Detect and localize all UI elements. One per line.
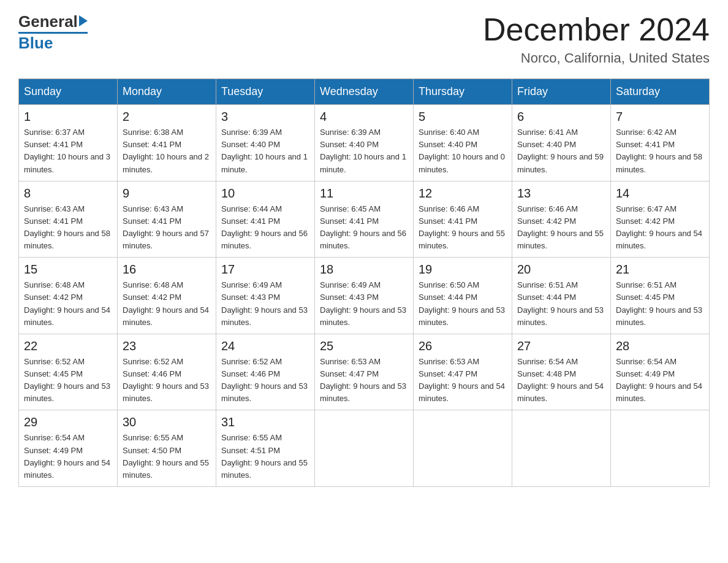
calendar-week-row: 15 Sunrise: 6:48 AMSunset: 4:42 PMDaylig… [19, 258, 710, 334]
calendar-cell [611, 410, 710, 487]
calendar-cell: 5 Sunrise: 6:40 AMSunset: 4:40 PMDayligh… [414, 105, 512, 182]
calendar-week-row: 29 Sunrise: 6:54 AMSunset: 4:49 PMDaylig… [19, 410, 710, 487]
month-title: December 2024 [483, 12, 710, 47]
day-number: 29 [24, 415, 112, 429]
calendar-cell: 16 Sunrise: 6:48 AMSunset: 4:42 PMDaylig… [118, 258, 216, 334]
calendar-cell: 24 Sunrise: 6:52 AMSunset: 4:46 PMDaylig… [216, 334, 315, 410]
day-number: 18 [320, 262, 408, 277]
day-info: Sunrise: 6:42 AMSunset: 4:41 PMDaylight:… [616, 126, 704, 176]
day-number: 1 [24, 110, 112, 124]
calendar-week-row: 1 Sunrise: 6:37 AMSunset: 4:41 PMDayligh… [19, 105, 710, 182]
location-text: Norco, California, United States [483, 50, 710, 66]
calendar-cell: 15 Sunrise: 6:48 AMSunset: 4:42 PMDaylig… [19, 258, 118, 334]
day-number: 8 [24, 186, 112, 201]
calendar-cell: 2 Sunrise: 6:38 AMSunset: 4:41 PMDayligh… [118, 105, 216, 182]
day-info: Sunrise: 6:43 AMSunset: 4:41 PMDaylight:… [123, 203, 211, 253]
day-info: Sunrise: 6:44 AMSunset: 4:41 PMDaylight:… [221, 203, 309, 253]
day-info: Sunrise: 6:51 AMSunset: 4:44 PMDaylight:… [517, 279, 605, 329]
calendar-cell: 20 Sunrise: 6:51 AMSunset: 4:44 PMDaylig… [512, 258, 611, 334]
day-number: 23 [123, 339, 211, 353]
calendar-cell: 29 Sunrise: 6:54 AMSunset: 4:49 PMDaylig… [19, 410, 118, 487]
logo-blue-text: Blue [18, 34, 53, 52]
calendar-cell [512, 410, 611, 487]
day-info: Sunrise: 6:52 AMSunset: 4:46 PMDaylight:… [221, 356, 309, 405]
day-info: Sunrise: 6:50 AMSunset: 4:44 PMDaylight:… [419, 279, 507, 329]
calendar-day-header: Saturday [611, 79, 710, 105]
day-info: Sunrise: 6:40 AMSunset: 4:40 PMDaylight:… [419, 126, 507, 176]
day-info: Sunrise: 6:46 AMSunset: 4:42 PMDaylight:… [517, 203, 605, 253]
day-number: 4 [320, 110, 408, 124]
day-info: Sunrise: 6:54 AMSunset: 4:49 PMDaylight:… [24, 432, 112, 481]
day-info: Sunrise: 6:52 AMSunset: 4:45 PMDaylight:… [24, 356, 112, 405]
day-number: 22 [24, 339, 112, 353]
day-info: Sunrise: 6:54 AMSunset: 4:48 PMDaylight:… [517, 356, 605, 405]
calendar-cell: 26 Sunrise: 6:53 AMSunset: 4:47 PMDaylig… [414, 334, 512, 410]
day-info: Sunrise: 6:55 AMSunset: 4:50 PMDaylight:… [123, 432, 211, 481]
calendar-cell: 23 Sunrise: 6:52 AMSunset: 4:46 PMDaylig… [118, 334, 216, 410]
day-number: 28 [616, 339, 704, 353]
day-info: Sunrise: 6:51 AMSunset: 4:45 PMDaylight:… [616, 279, 704, 329]
calendar-cell: 14 Sunrise: 6:47 AMSunset: 4:42 PMDaylig… [611, 181, 710, 258]
calendar-day-header: Tuesday [216, 79, 315, 105]
day-info: Sunrise: 6:48 AMSunset: 4:42 PMDaylight:… [24, 279, 112, 329]
day-number: 27 [517, 339, 605, 353]
day-info: Sunrise: 6:53 AMSunset: 4:47 PMDaylight:… [419, 356, 507, 405]
day-number: 5 [419, 110, 507, 124]
day-number: 21 [616, 262, 704, 277]
logo: General Blue [18, 12, 88, 53]
day-info: Sunrise: 6:49 AMSunset: 4:43 PMDaylight:… [320, 279, 408, 329]
day-number: 19 [419, 262, 507, 277]
day-info: Sunrise: 6:38 AMSunset: 4:41 PMDaylight:… [123, 126, 211, 176]
calendar-day-header: Wednesday [315, 79, 414, 105]
calendar-week-row: 8 Sunrise: 6:43 AMSunset: 4:41 PMDayligh… [19, 181, 710, 258]
day-number: 14 [616, 186, 704, 201]
calendar-cell: 1 Sunrise: 6:37 AMSunset: 4:41 PMDayligh… [19, 105, 118, 182]
calendar-cell: 10 Sunrise: 6:44 AMSunset: 4:41 PMDaylig… [216, 181, 315, 258]
day-number: 11 [320, 186, 408, 201]
day-number: 7 [616, 110, 704, 124]
day-info: Sunrise: 6:39 AMSunset: 4:40 PMDaylight:… [320, 126, 408, 176]
calendar-week-row: 22 Sunrise: 6:52 AMSunset: 4:45 PMDaylig… [19, 334, 710, 410]
day-number: 16 [123, 262, 211, 277]
calendar-day-header: Thursday [414, 79, 512, 105]
calendar-cell [315, 410, 414, 487]
day-info: Sunrise: 6:41 AMSunset: 4:40 PMDaylight:… [517, 126, 605, 176]
day-number: 30 [123, 415, 211, 429]
day-info: Sunrise: 6:47 AMSunset: 4:42 PMDaylight:… [616, 203, 704, 253]
day-info: Sunrise: 6:53 AMSunset: 4:47 PMDaylight:… [320, 356, 408, 405]
calendar-header-row: SundayMondayTuesdayWednesdayThursdayFrid… [19, 79, 710, 105]
day-number: 20 [517, 262, 605, 277]
calendar-cell: 9 Sunrise: 6:43 AMSunset: 4:41 PMDayligh… [118, 181, 216, 258]
calendar-cell: 4 Sunrise: 6:39 AMSunset: 4:40 PMDayligh… [315, 105, 414, 182]
day-number: 26 [419, 339, 507, 353]
day-info: Sunrise: 6:43 AMSunset: 4:41 PMDaylight:… [24, 203, 112, 253]
calendar-cell: 17 Sunrise: 6:49 AMSunset: 4:43 PMDaylig… [216, 258, 315, 334]
day-number: 31 [221, 415, 309, 429]
calendar-cell: 21 Sunrise: 6:51 AMSunset: 4:45 PMDaylig… [611, 258, 710, 334]
calendar-table: SundayMondayTuesdayWednesdayThursdayFrid… [18, 79, 710, 487]
title-section: December 2024 Norco, California, United … [483, 12, 710, 66]
calendar-cell: 25 Sunrise: 6:53 AMSunset: 4:47 PMDaylig… [315, 334, 414, 410]
calendar-cell: 13 Sunrise: 6:46 AMSunset: 4:42 PMDaylig… [512, 181, 611, 258]
day-number: 2 [123, 110, 211, 124]
calendar-cell: 3 Sunrise: 6:39 AMSunset: 4:40 PMDayligh… [216, 105, 315, 182]
day-number: 17 [221, 262, 309, 277]
day-number: 12 [419, 186, 507, 201]
day-number: 13 [517, 186, 605, 201]
calendar-cell: 27 Sunrise: 6:54 AMSunset: 4:48 PMDaylig… [512, 334, 611, 410]
day-number: 15 [24, 262, 112, 277]
day-info: Sunrise: 6:54 AMSunset: 4:49 PMDaylight:… [616, 356, 704, 405]
calendar-cell: 12 Sunrise: 6:46 AMSunset: 4:41 PMDaylig… [414, 181, 512, 258]
day-info: Sunrise: 6:49 AMSunset: 4:43 PMDaylight:… [221, 279, 309, 329]
day-info: Sunrise: 6:52 AMSunset: 4:46 PMDaylight:… [123, 356, 211, 405]
day-number: 24 [221, 339, 309, 353]
calendar-cell: 28 Sunrise: 6:54 AMSunset: 4:49 PMDaylig… [611, 334, 710, 410]
calendar-cell: 6 Sunrise: 6:41 AMSunset: 4:40 PMDayligh… [512, 105, 611, 182]
day-number: 3 [221, 110, 309, 124]
logo-triangle-icon [79, 15, 88, 26]
day-info: Sunrise: 6:48 AMSunset: 4:42 PMDaylight:… [123, 279, 211, 329]
calendar-cell: 7 Sunrise: 6:42 AMSunset: 4:41 PMDayligh… [611, 105, 710, 182]
calendar-cell: 18 Sunrise: 6:49 AMSunset: 4:43 PMDaylig… [315, 258, 414, 334]
day-number: 9 [123, 186, 211, 201]
day-info: Sunrise: 6:55 AMSunset: 4:51 PMDaylight:… [221, 432, 309, 481]
